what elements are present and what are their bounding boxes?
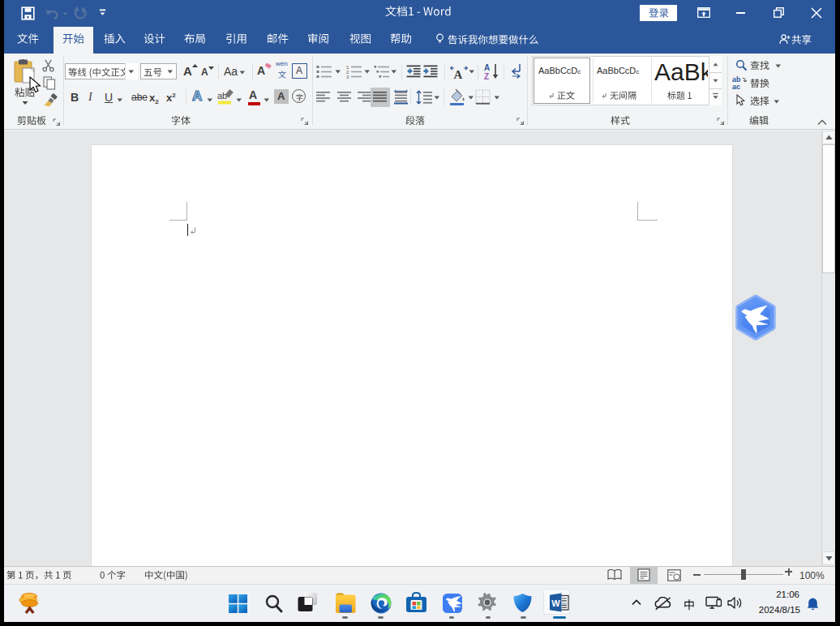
svg-text:A: A — [484, 63, 490, 72]
svg-text:3: 3 — [346, 75, 349, 79]
svg-text:Z: Z — [484, 72, 489, 81]
svg-text:W: W — [551, 598, 560, 608]
svg-text:ab: ab — [217, 91, 227, 101]
svg-text:A: A — [454, 68, 463, 80]
svg-text:ac: ac — [732, 83, 740, 90]
